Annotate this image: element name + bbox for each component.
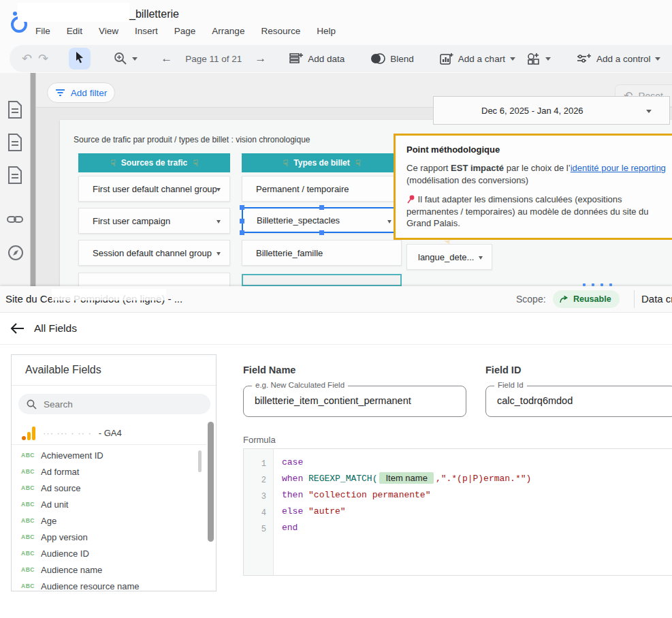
search-input[interactable] bbox=[44, 399, 193, 410]
scope-badge[interactable]: Reusable bbox=[553, 290, 620, 308]
field-name-input[interactable]: e.g. New Calculated Field billetterie_it… bbox=[243, 386, 466, 417]
select-tool-button[interactable] bbox=[69, 48, 91, 69]
menu-item-edit[interactable]: Edit bbox=[67, 26, 82, 41]
dropdown-control-selected[interactable]: Billetterie_spectacles bbox=[242, 207, 402, 233]
date-range-control[interactable]: Dec 6, 2025 - Jan 4, 2026 bbox=[433, 96, 670, 125]
menu-item-arrange[interactable]: Arrange bbox=[212, 26, 244, 41]
dropdown-control[interactable]: Session default channel group bbox=[78, 240, 230, 266]
add-data-icon bbox=[289, 52, 303, 65]
redaction-box bbox=[18, 3, 129, 22]
selection-dot bbox=[609, 283, 612, 286]
field-label: Achievement ID bbox=[41, 450, 103, 461]
page-thumbnail-icon[interactable] bbox=[7, 101, 22, 119]
chevron-down-icon bbox=[655, 57, 660, 61]
page-rail bbox=[0, 73, 30, 286]
undo-button[interactable]: ↶ bbox=[22, 51, 32, 66]
add-filter-button[interactable]: Add filter bbox=[47, 82, 115, 103]
menu-item-file[interactable]: File bbox=[35, 26, 50, 41]
selection-handle[interactable] bbox=[319, 205, 324, 210]
field-list-item[interactable]: ABCAd source bbox=[12, 480, 206, 496]
column-header-sources: ☟ Sources de trafic ☟ bbox=[78, 153, 230, 172]
pushpin-icon bbox=[406, 195, 415, 204]
previous-page-button[interactable]: ← bbox=[161, 52, 172, 65]
field-list-item[interactable]: ABCApp version bbox=[12, 529, 206, 545]
selection-handle[interactable] bbox=[240, 219, 244, 223]
next-page-button[interactable]: → bbox=[255, 52, 266, 65]
field-list-item[interactable]: ABCAd unit bbox=[12, 496, 206, 512]
cursor-icon bbox=[74, 51, 85, 63]
field-search[interactable] bbox=[18, 394, 210, 414]
field-id-input[interactable]: Field Id calc_todrq6mdod bbox=[485, 386, 672, 417]
chevron-down-icon bbox=[217, 188, 221, 191]
selection-dot bbox=[592, 283, 594, 286]
chevron-down-icon bbox=[479, 256, 483, 260]
report-title[interactable]: _billetterie bbox=[129, 8, 179, 20]
field-name-heading: Field Name bbox=[243, 365, 295, 375]
all-fields-title: All Fields bbox=[34, 322, 77, 335]
selection-handle[interactable] bbox=[240, 230, 244, 235]
field-list-item[interactable]: ABCAudience ID bbox=[12, 545, 206, 561]
add-chart-button[interactable]: Add a chart bbox=[437, 50, 518, 67]
data-source-editor-sheet: Site du Centre Pompidou (en ligne) - ...… bbox=[0, 286, 672, 618]
dropdown-control[interactable]: First user default channel group bbox=[78, 176, 230, 202]
text-type-icon: ABC bbox=[21, 534, 35, 540]
add-data-button[interactable]: Add data bbox=[287, 50, 347, 67]
toolbar: ↶ ↷ ← Page 11 of 21 → bbox=[10, 45, 672, 72]
zoom-tool-button[interactable] bbox=[111, 49, 140, 68]
formula-editor[interactable]: 1 2 3 4 5 case when REGEXP_MATCH(Item na… bbox=[243, 448, 672, 576]
redo-button[interactable]: ↷ bbox=[38, 51, 48, 66]
field-chip[interactable]: Item name bbox=[379, 472, 433, 484]
page-thumbnail-icon[interactable] bbox=[7, 166, 22, 184]
dropdown-control[interactable]: First user campaign bbox=[78, 208, 230, 234]
menu-item-insert[interactable]: Insert bbox=[135, 26, 158, 41]
field-label: App version bbox=[41, 532, 88, 542]
field-label: Ad unit bbox=[41, 499, 68, 510]
dropdown-control-partial[interactable] bbox=[242, 274, 402, 286]
field-list-item[interactable]: ABCAchievement ID bbox=[12, 447, 206, 463]
link-icon[interactable] bbox=[7, 214, 23, 225]
field-list-item[interactable]: ABCAd format bbox=[12, 463, 206, 480]
shapes-plus-icon bbox=[527, 52, 541, 65]
menu-item-help[interactable]: Help bbox=[317, 26, 336, 41]
chevron-down-icon bbox=[217, 220, 221, 223]
note-paragraph: Il faut adapter les dimensions calculées… bbox=[406, 194, 667, 229]
selection-handle[interactable] bbox=[240, 205, 244, 210]
selection-handle[interactable] bbox=[319, 230, 324, 235]
note-paragraph: Ce rapport EST impacté par le choix de l… bbox=[406, 162, 667, 186]
menu-item-view[interactable]: View bbox=[99, 26, 118, 41]
dropdown-control[interactable]: Billetterie_famille bbox=[242, 240, 402, 266]
line-number-gutter: 1 2 3 4 5 bbox=[244, 449, 274, 575]
text-type-icon: ABC bbox=[21, 484, 35, 491]
field-list-item[interactable]: ABCAge bbox=[12, 512, 206, 529]
panel-scrollbar-thumb[interactable] bbox=[208, 422, 214, 542]
dropdown-control[interactable]: Permanent / temporaire bbox=[242, 176, 402, 202]
column-header-types: ☟ Types de billet ☟ bbox=[242, 153, 402, 172]
reporting-identity-link[interactable]: identité pour le reporting bbox=[571, 163, 666, 173]
text-type-icon: ABC bbox=[21, 550, 35, 557]
note-title: Point méthodologique bbox=[406, 144, 667, 155]
field-id-heading: Field ID bbox=[485, 365, 521, 375]
blend-button[interactable]: Blend bbox=[368, 50, 417, 67]
looker-studio-window: _billetterie FileEditViewInsertPageArran… bbox=[0, 0, 672, 618]
list-scrollbar-thumb[interactable] bbox=[198, 450, 202, 472]
redaction-box bbox=[52, 289, 166, 300]
chevron-down-icon bbox=[132, 57, 138, 61]
dropdown-control[interactable]: langue_dete... bbox=[406, 244, 492, 270]
all-fields-header: All Fields bbox=[0, 313, 672, 345]
selection-dot bbox=[601, 283, 603, 286]
data-source-row[interactable]: ··· ··· · ·· · - GA4 bbox=[12, 422, 206, 445]
menu-item-page[interactable]: Page bbox=[174, 26, 196, 41]
page-thumbnail-icon[interactable] bbox=[7, 134, 22, 151]
data-source-header: Site du Centre Pompidou (en ligne) - ...… bbox=[0, 286, 672, 313]
menu-item-resource[interactable]: Resource bbox=[261, 26, 300, 41]
add-shapes-button[interactable] bbox=[524, 50, 554, 68]
field-list-item[interactable]: ABCAudience resource name bbox=[12, 578, 206, 591]
formula-heading: Formula bbox=[243, 435, 276, 445]
canvas-scrollbar-thumb[interactable] bbox=[31, 73, 35, 286]
back-arrow-icon[interactable] bbox=[10, 322, 25, 335]
add-control-button[interactable]: Add a control bbox=[574, 50, 664, 67]
compass-icon[interactable] bbox=[7, 245, 24, 261]
field-list-item[interactable]: ABCAudience name bbox=[12, 561, 206, 578]
available-fields-panel: Available Fields ··· ··· · ·· · - GA4 AB… bbox=[11, 354, 217, 591]
page-indicator[interactable]: Page 11 of 21 bbox=[185, 54, 242, 64]
